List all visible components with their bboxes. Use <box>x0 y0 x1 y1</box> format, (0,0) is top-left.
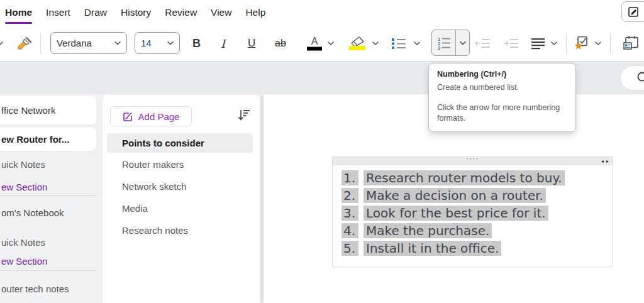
strikethrough-button[interactable]: ab <box>275 38 286 49</box>
font-color-icon: A <box>307 36 322 50</box>
page-item-points-to-consider[interactable]: Points to consider <box>107 133 253 153</box>
chevron-down-icon[interactable] <box>414 41 420 45</box>
chevron-down-icon <box>460 41 466 45</box>
bullets-button[interactable] <box>390 37 408 50</box>
tab-review-label: Review <box>165 7 197 18</box>
highlighter-button[interactable] <box>348 36 366 50</box>
format-painter-icon <box>16 35 33 52</box>
numbering-split-button: 1 2 3 <box>431 30 470 56</box>
tab-history[interactable]: History <box>114 0 158 25</box>
chevron-down-icon[interactable] <box>551 41 557 45</box>
tab-review[interactable]: Review <box>158 0 204 25</box>
search-box[interactable] <box>620 65 644 91</box>
bullets-icon <box>390 37 408 50</box>
italic-button[interactable]: I <box>221 36 225 50</box>
font-size-select[interactable]: 14 <box>135 32 180 54</box>
pen-in-square-icon <box>628 6 639 18</box>
resize-arrows-icon[interactable]: ◂ ▸ <box>601 157 609 165</box>
page-item-network-sketch[interactable]: Network sketch <box>122 181 187 192</box>
sidebar-item-router-tech-notes[interactable]: outer tech notes <box>1 284 69 294</box>
chevron-down-icon[interactable] <box>595 41 601 45</box>
list-item: 5.Install it in the office. <box>341 241 613 256</box>
numbering-dropdown-arrow[interactable] <box>455 30 469 55</box>
highlighter-icon <box>348 36 366 50</box>
chevron-down-icon[interactable] <box>0 41 3 45</box>
list-text[interactable]: Look for the best price for it. <box>364 206 548 221</box>
sidebar-item-new-section-2[interactable]: ew Section <box>1 256 47 267</box>
chevron-down-icon <box>167 41 174 45</box>
active-tab-underline <box>5 22 32 24</box>
list-number: 4. <box>341 223 358 238</box>
list-number: 3. <box>341 206 358 221</box>
bold-button[interactable]: B <box>192 36 201 50</box>
tab-draw-label: Draw <box>84 7 107 18</box>
chevron-down-icon[interactable] <box>372 41 379 45</box>
section-card-new-router[interactable]: ew Router for... <box>0 128 96 151</box>
list-item: 1.Research router models to buy. <box>341 170 613 185</box>
page-item-research-notes[interactable]: Research notes <box>122 225 188 236</box>
search-icon <box>636 71 644 85</box>
page-title: Points to consider <box>122 138 204 148</box>
tab-view-label: View <box>211 7 231 18</box>
tab-insert[interactable]: Insert <box>39 0 77 25</box>
list-text[interactable]: Make the purchase. <box>364 223 492 238</box>
toolbar-divider <box>40 33 41 54</box>
decrease-indent-button[interactable] <box>474 37 491 50</box>
tab-home[interactable]: Home <box>0 0 39 25</box>
add-page-button[interactable]: Add Page <box>110 106 192 126</box>
font-name-select[interactable]: Verdana <box>50 32 127 54</box>
notebooks-sidebar: ffice Network ew Router for... uick Note… <box>0 94 97 303</box>
add-page-label: Add Page <box>138 111 180 122</box>
sidebar-divider <box>0 195 96 196</box>
align-icon <box>531 37 546 50</box>
todo-tag-button[interactable] <box>574 36 591 51</box>
notebook-card-office-network[interactable]: ffice Network <box>0 96 96 124</box>
note-container-header[interactable]: ···· ◂ ▸ <box>333 157 613 165</box>
tooltip-body-2: Click the arrow for more numbering forma… <box>437 102 567 124</box>
list-text[interactable]: Install it in the office. <box>364 241 501 256</box>
meeting-details-button[interactable] <box>623 35 640 52</box>
chevron-down-icon <box>114 41 121 45</box>
list-number: 5. <box>341 241 358 256</box>
add-page-icon <box>123 111 133 122</box>
sidebar-item-new-section[interactable]: ew Section <box>1 182 47 192</box>
list-item: 4.Make the purchase. <box>341 223 613 238</box>
list-item: 3.Look for the best price for it. <box>341 206 613 221</box>
toolbar-divider <box>610 33 611 54</box>
page-item-media[interactable]: Media <box>122 203 148 214</box>
tab-view[interactable]: View <box>204 0 238 25</box>
increase-indent-button[interactable] <box>502 37 519 50</box>
drag-handle-dots[interactable]: ···· <box>467 155 479 163</box>
tab-help[interactable]: Help <box>238 0 272 25</box>
page-item-router-makers[interactable]: Router makers <box>122 159 184 170</box>
chevron-down-icon[interactable] <box>328 41 334 45</box>
sidebar-item-quick-notes-2[interactable]: uick Notes <box>1 237 45 248</box>
sidebar-item-quick-notes[interactable]: uick Notes <box>1 159 45 170</box>
edit-mode-button[interactable] <box>621 1 644 22</box>
sidebar-item-toms-notebook[interactable]: om's Notebook <box>1 207 64 218</box>
note-container[interactable]: ···· ◂ ▸ 1.Research router models to buy… <box>332 157 613 267</box>
list-number: 2. <box>341 188 358 203</box>
sort-icon <box>236 107 251 123</box>
list-text[interactable]: Research router models to buy. <box>364 170 565 185</box>
font-size-value: 14 <box>141 38 167 48</box>
font-color-button[interactable]: A <box>307 36 322 50</box>
underline-button[interactable]: U <box>248 37 255 50</box>
pages-panel: Add Page Points to consider Router maker… <box>103 95 260 303</box>
todo-tag-icon <box>574 36 591 51</box>
tab-draw[interactable]: Draw <box>77 0 114 25</box>
list-text[interactable]: Make a decision on a router. <box>364 188 546 203</box>
sort-pages-button[interactable] <box>235 106 252 124</box>
tab-home-label: Home <box>5 7 32 18</box>
tab-history-label: History <box>121 7 151 18</box>
menu-bar: Home Insert Draw History Review View Hel… <box>0 0 644 25</box>
numbering-button[interactable]: 1 2 3 <box>432 30 455 55</box>
toolbar-divider <box>566 33 567 54</box>
alignment-button[interactable] <box>531 37 546 50</box>
numbering-tooltip: Numbering (Ctrl+/) Create a numbered lis… <box>428 63 576 132</box>
sidebar-divider <box>0 270 96 271</box>
tooltip-body-1: Create a numbered list. <box>437 82 567 93</box>
section-label: ew Router for... <box>1 134 69 145</box>
svg-text:3: 3 <box>438 45 440 50</box>
format-painter-button[interactable] <box>16 35 33 52</box>
